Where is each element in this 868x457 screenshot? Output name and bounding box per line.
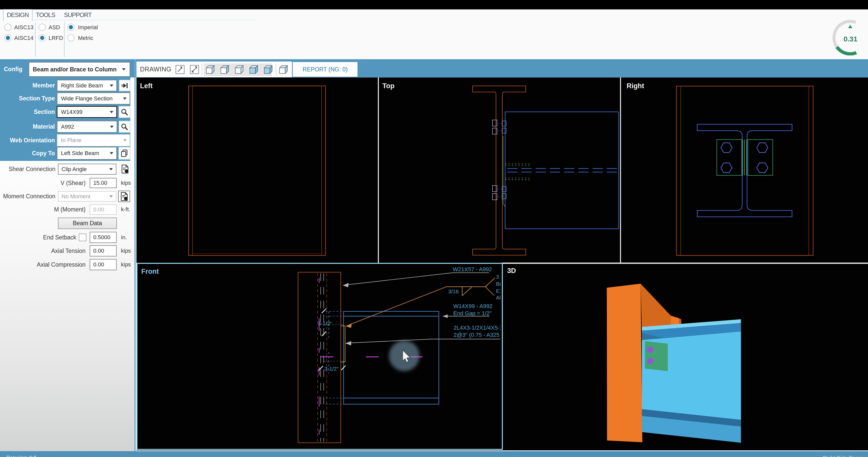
svg-text:0.31: 0.31 — [844, 35, 858, 43]
